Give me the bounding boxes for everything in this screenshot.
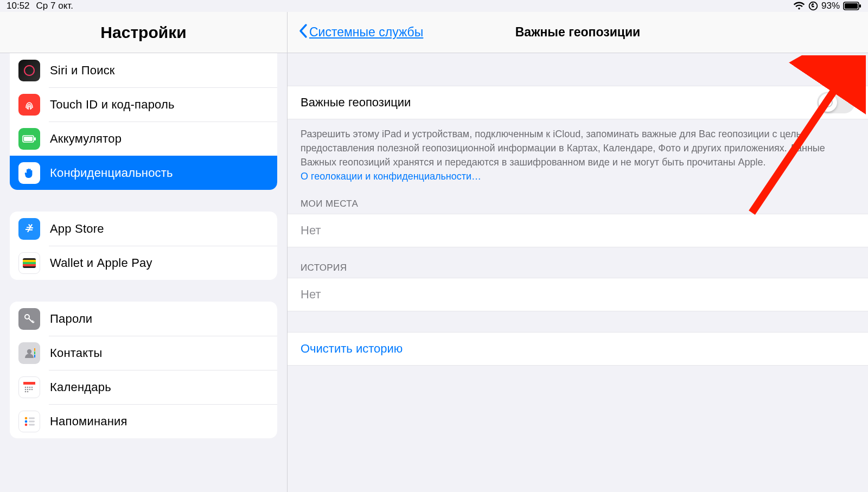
back-label: Системные службы <box>309 25 423 40</box>
footnote-text: Разрешить этому iPad и устройствам, подк… <box>301 129 825 168</box>
sidebar-item-label: App Store <box>50 222 104 236</box>
svg-rect-3 <box>859 4 861 8</box>
svg-point-14 <box>27 349 31 353</box>
wifi-icon <box>793 2 805 10</box>
svg-rect-10 <box>23 260 36 262</box>
svg-point-27 <box>25 391 27 392</box>
calendar-icon <box>18 376 40 398</box>
privacy-learn-more-link[interactable]: О геолокации и конфиденциальности… <box>301 171 481 182</box>
svg-point-21 <box>29 386 31 388</box>
appstore-icon <box>18 218 40 240</box>
section-header-my-places: МОИ МЕСТА <box>288 183 868 214</box>
back-button[interactable]: Системные службы <box>298 23 423 42</box>
sidebar-header: Настройки <box>0 12 287 53</box>
battery-icon <box>18 128 40 150</box>
svg-rect-32 <box>29 420 35 422</box>
svg-rect-34 <box>29 424 35 425</box>
svg-point-25 <box>29 388 31 390</box>
svg-point-20 <box>27 386 29 388</box>
sidebar-item-contacts[interactable]: Контакты <box>10 336 277 370</box>
orientation-lock-icon <box>808 1 818 11</box>
status-bar: 10:52 Ср 7 окт. 93% <box>0 0 868 12</box>
sidebar-title: Настройки <box>100 23 186 42</box>
sidebar-item-label: Контакты <box>50 346 103 360</box>
toggle-row-significant-locations: Важные геопозиции <box>288 86 868 119</box>
status-time: 10:52 <box>7 1 30 11</box>
svg-rect-16 <box>34 352 35 354</box>
svg-point-29 <box>25 417 28 419</box>
svg-rect-2 <box>845 3 858 9</box>
detail-header: Системные службы Важные геопозиции <box>288 12 868 53</box>
svg-point-24 <box>27 388 29 390</box>
sidebar-item-appstore[interactable]: App Store <box>10 212 277 246</box>
svg-point-5 <box>24 66 34 75</box>
clear-history-label: Очистить историю <box>301 342 403 356</box>
contacts-icon <box>18 342 40 364</box>
fingerprint-icon <box>18 94 40 116</box>
sidebar-item-battery[interactable]: Аккумулятор <box>10 122 277 156</box>
sidebar-group-general: Siri и Поиск Touch ID и код‑пароль Аккум… <box>10 53 277 190</box>
svg-rect-12 <box>23 264 36 266</box>
sidebar-item-touchid[interactable]: Touch ID и код‑пароль <box>10 87 277 122</box>
sidebar-item-label: Напоминания <box>50 414 127 429</box>
sidebar-item-label: Touch ID и код‑пароль <box>50 98 175 112</box>
sidebar-item-label: Конфиденциальность <box>50 166 173 180</box>
toggle-significant-locations[interactable] <box>817 92 855 113</box>
sidebar-item-siri[interactable]: Siri и Поиск <box>10 53 277 87</box>
sidebar-group-store: App Store Wallet и Apple Pay <box>10 212 277 280</box>
chevron-left-icon <box>298 23 308 42</box>
sidebar-item-label: Календарь <box>50 380 111 394</box>
reminders-icon <box>18 411 40 432</box>
footnote: Разрешить этому iPad и устройствам, подк… <box>288 119 868 183</box>
settings-sidebar: Настройки Siri и Поиск Touch ID и код‑па… <box>0 12 288 492</box>
svg-rect-17 <box>34 355 35 357</box>
svg-point-23 <box>25 388 27 390</box>
my-places-value: Нет <box>288 214 868 247</box>
status-battery-pct: 93% <box>821 1 840 11</box>
history-text: Нет <box>301 287 321 302</box>
sidebar-item-label: Siri и Поиск <box>50 63 115 78</box>
sidebar-item-wallet[interactable]: Wallet и Apple Pay <box>10 246 277 280</box>
svg-point-26 <box>31 388 33 390</box>
svg-rect-18 <box>23 382 35 385</box>
spinner-icon <box>823 98 833 107</box>
key-icon <box>18 308 40 330</box>
sidebar-group-apps: Пароли Контакты Календарь <box>10 302 277 438</box>
siri-icon <box>18 60 40 81</box>
svg-rect-11 <box>23 262 36 264</box>
svg-rect-30 <box>29 417 35 419</box>
section-header-history: ИСТОРИЯ <box>288 247 868 278</box>
svg-point-33 <box>25 423 28 426</box>
svg-point-28 <box>27 391 29 392</box>
sidebar-item-label: Аккумулятор <box>50 132 122 146</box>
svg-point-19 <box>25 386 27 388</box>
status-date: Ср 7 окт. <box>36 1 73 11</box>
sidebar-item-calendar[interactable]: Календарь <box>10 370 277 404</box>
svg-point-13 <box>25 315 29 319</box>
svg-point-31 <box>25 420 28 423</box>
svg-rect-7 <box>24 137 33 141</box>
sidebar-item-reminders[interactable]: Напоминания <box>10 404 277 438</box>
sidebar-item-label: Wallet и Apple Pay <box>50 256 152 270</box>
svg-point-22 <box>31 386 33 388</box>
svg-rect-15 <box>34 348 35 351</box>
clear-history-button[interactable]: Очистить историю <box>288 332 868 366</box>
detail-pane: Системные службы Важные геопозиции Важны… <box>288 12 868 492</box>
wallet-icon <box>18 252 40 274</box>
battery-icon <box>843 2 861 10</box>
hand-icon <box>18 162 40 184</box>
sidebar-item-passwords[interactable]: Пароли <box>10 302 277 336</box>
sidebar-item-label: Пароли <box>50 312 92 326</box>
sidebar-item-privacy[interactable]: Конфиденциальность <box>10 156 277 190</box>
svg-rect-8 <box>34 137 36 140</box>
my-places-text: Нет <box>301 223 321 238</box>
toggle-label: Важные геопозиции <box>301 95 411 110</box>
history-value: Нет <box>288 278 868 311</box>
